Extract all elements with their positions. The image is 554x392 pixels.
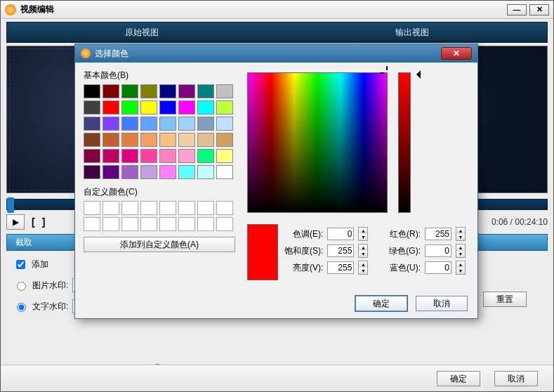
basic-swatch[interactable] [197,100,214,115]
basic-swatch[interactable] [159,100,176,115]
basic-swatch[interactable] [159,84,176,98]
main-cancel-button[interactable]: 取消 [494,371,538,386]
basic-swatch[interactable] [159,133,176,147]
sat-stepper[interactable]: ▲▼ [358,244,368,258]
green-input[interactable] [425,244,451,257]
custom-swatch[interactable] [159,201,176,215]
text-watermark-label: 文字水印: [32,301,68,313]
custom-swatch[interactable] [197,217,214,231]
blue-stepper[interactable]: ▲▼ [456,261,466,275]
basic-swatch[interactable] [178,165,195,179]
red-stepper[interactable]: ▲▼ [456,227,466,241]
custom-swatch[interactable] [178,217,195,231]
basic-swatch[interactable] [216,84,233,98]
custom-swatch[interactable] [84,201,100,215]
basic-swatch[interactable] [84,165,100,179]
red-input[interactable] [425,228,451,240]
playhead-handle[interactable] [7,197,14,213]
basic-swatch[interactable] [103,100,119,115]
basic-swatch[interactable] [178,133,195,147]
sat-input[interactable] [327,244,354,257]
time-display: 0:06 / 00:24:10 [492,217,548,227]
basic-swatch[interactable] [140,165,157,179]
basic-swatch[interactable] [178,149,195,163]
dialog-close-button[interactable]: ✕ [441,47,472,60]
value-arrow-icon[interactable] [412,70,421,79]
basic-swatch[interactable] [121,100,138,115]
basic-swatch[interactable] [216,117,233,131]
basic-swatch[interactable] [103,149,119,163]
green-stepper[interactable]: ▲▼ [456,244,466,258]
blue-input[interactable] [425,261,451,274]
tab-original[interactable]: 原始视图 [7,22,277,42]
add-to-custom-button[interactable]: 添加到自定义颜色(A) [84,237,235,252]
basic-swatch[interactable] [140,133,157,147]
custom-swatch[interactable] [140,201,157,215]
basic-swatch[interactable] [140,84,157,98]
value-strip[interactable] [398,72,411,213]
basic-swatch[interactable] [103,117,119,131]
mark-out-icon[interactable]: ] [42,216,46,228]
dialog-ok-button[interactable]: 确定 [355,296,407,311]
basic-swatch[interactable] [197,84,214,98]
basic-swatch[interactable] [84,117,100,131]
custom-swatch[interactable] [140,217,157,231]
basic-swatch[interactable] [197,133,214,147]
basic-swatch[interactable] [216,133,233,147]
basic-swatch[interactable] [84,100,100,115]
basic-swatch[interactable] [197,165,214,179]
hue-input[interactable] [327,228,354,240]
main-ok-button[interactable]: 确定 [437,371,480,386]
custom-swatch[interactable] [178,201,195,215]
basic-swatch[interactable] [84,84,100,98]
mark-in-icon[interactable]: [ [32,216,35,228]
basic-swatch[interactable] [197,149,214,163]
text-watermark-radio[interactable] [17,303,26,312]
basic-swatch[interactable] [121,149,138,163]
basic-swatch[interactable] [216,165,233,179]
basic-swatch[interactable] [121,117,138,131]
dialog-cancel-button[interactable]: 取消 [416,296,468,311]
reset-button[interactable]: 重置 [483,292,527,307]
basic-swatch[interactable] [140,117,157,131]
play-button[interactable]: ▶ [6,214,25,230]
custom-swatch[interactable] [216,201,233,215]
basic-swatch[interactable] [103,165,119,179]
gradient-crosshair[interactable] [385,72,388,74]
close-button[interactable]: ✕ [529,4,549,15]
basic-swatch[interactable] [216,100,233,115]
basic-swatch[interactable] [103,133,119,147]
basic-swatch[interactable] [140,149,157,163]
basic-swatch[interactable] [197,117,214,131]
color-gradient-field[interactable] [247,72,388,213]
basic-swatch[interactable] [159,117,176,131]
tab-output[interactable]: 输出视图 [277,22,548,42]
basic-swatch[interactable] [121,165,138,179]
custom-swatch[interactable] [103,201,119,215]
custom-swatch[interactable] [121,201,138,215]
basic-swatch[interactable] [178,84,195,98]
hue-stepper[interactable]: ▲▼ [358,227,368,241]
basic-swatch[interactable] [216,149,233,163]
custom-swatch[interactable] [121,217,138,231]
custom-swatch[interactable] [84,217,100,231]
custom-swatch[interactable] [159,217,176,231]
minimize-button[interactable]: — [507,4,527,15]
custom-swatch[interactable] [197,201,214,215]
basic-swatch[interactable] [121,133,138,147]
basic-swatch[interactable] [121,84,138,98]
val-input[interactable] [327,261,354,274]
basic-swatch[interactable] [84,133,100,147]
basic-swatch[interactable] [159,165,176,179]
custom-swatch[interactable] [103,217,119,231]
basic-swatch[interactable] [84,149,100,163]
val-stepper[interactable]: ▲▼ [358,261,368,275]
basic-swatch[interactable] [159,149,176,163]
basic-swatch[interactable] [140,100,157,115]
basic-swatch[interactable] [178,117,195,131]
pic-watermark-radio[interactable] [17,282,26,291]
custom-swatch[interactable] [216,217,233,231]
add-watermark-checkbox[interactable] [16,260,25,269]
basic-swatch[interactable] [103,84,119,98]
basic-swatch[interactable] [178,100,195,115]
